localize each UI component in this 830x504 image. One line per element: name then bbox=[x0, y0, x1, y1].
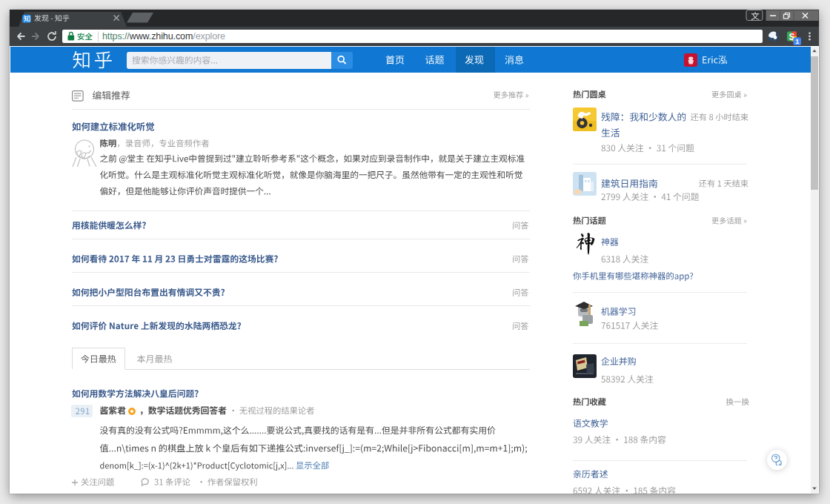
svg-text:1: 1 bbox=[795, 38, 799, 45]
